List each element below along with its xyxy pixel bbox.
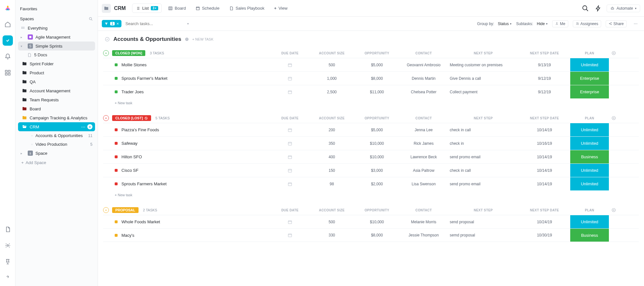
col-due-date[interactable]: DUE DATE: [271, 51, 309, 55]
opportunity-cell[interactable]: $2,000: [354, 182, 399, 186]
account-size-cell[interactable]: 330: [309, 233, 354, 237]
col-due-date[interactable]: DUE DATE: [271, 116, 309, 120]
app-logo[interactable]: [3, 3, 13, 14]
next-step-date-cell[interactable]: 10/24/19: [519, 220, 570, 224]
col-account-size[interactable]: ACCOUNT SIZE: [309, 51, 354, 55]
next-step-cell[interactable]: semd proposal: [448, 233, 519, 237]
task-row[interactable]: Whole Foods Market 500 $10,000 Melanie M…: [103, 215, 639, 228]
sidebar-folder[interactable]: Account Management: [18, 86, 95, 95]
account-size-cell[interactable]: 350: [309, 141, 354, 146]
docs-icon[interactable]: [3, 224, 13, 235]
more-icon[interactable]: ⋯: [81, 125, 85, 129]
tab-board[interactable]: Board: [165, 4, 189, 13]
next-step-date-cell[interactable]: 9/13/19: [519, 63, 570, 67]
share-button[interactable]: Share: [606, 20, 627, 27]
collapse-icon[interactable]: [103, 207, 109, 213]
account-size-cell[interactable]: 2,500: [309, 90, 354, 94]
plan-cell[interactable]: Unlimited: [570, 164, 609, 177]
account-size-cell[interactable]: 200: [309, 128, 354, 132]
account-size-cell[interactable]: 1,000: [309, 76, 354, 81]
status-pill[interactable]: CLOSED [LOST]: [112, 115, 151, 121]
opportunity-cell[interactable]: $8,000: [354, 233, 399, 237]
search-icon[interactable]: [89, 17, 93, 21]
add-icon[interactable]: +: [87, 124, 92, 129]
sidebar-folder[interactable]: Sprint Folder: [18, 59, 95, 68]
next-step-cell[interactable]: send promo email: [448, 182, 519, 186]
task-row[interactable]: Hilton SFO 400 $10,000 Lawrence Beck sen…: [103, 150, 639, 163]
calendar-icon[interactable]: [271, 181, 309, 187]
tab-schedule[interactable]: Schedule: [192, 4, 223, 13]
tasks-icon[interactable]: [3, 35, 13, 46]
plan-cell[interactable]: Unlimited: [570, 177, 609, 190]
search-button[interactable]: [581, 4, 590, 13]
calendar-icon[interactable]: [271, 141, 309, 146]
contact-cell[interactable]: Lisa Swenson: [399, 182, 448, 186]
pulse-icon[interactable]: [3, 240, 13, 251]
account-size-cell[interactable]: 150: [309, 168, 354, 173]
task-row[interactable]: Macy's 330 $8,000 Jessie Thompson semd p…: [103, 228, 639, 242]
next-step-date-cell[interactable]: 10/14/19: [519, 155, 570, 159]
contact-cell[interactable]: Lawrence Beck: [399, 155, 448, 159]
col-opportunity[interactable]: OPPORTUNITY: [354, 208, 399, 212]
me-button[interactable]: Me: [552, 20, 568, 27]
status-dot-icon[interactable]: [115, 90, 118, 93]
collapse-icon[interactable]: [103, 115, 109, 121]
assignees-button[interactable]: Assignees: [573, 20, 601, 27]
status-dot-icon[interactable]: [115, 77, 118, 80]
everything-item[interactable]: Everything: [18, 24, 95, 32]
status-circle-icon[interactable]: [104, 36, 110, 42]
calendar-icon[interactable]: [271, 76, 309, 81]
col-plan[interactable]: PLAN: [570, 208, 609, 212]
sidebar-space-simple-sprints[interactable]: ▾ S Simple Sprints: [18, 42, 95, 51]
bolt-icon[interactable]: [594, 4, 603, 13]
account-size-cell[interactable]: 500: [309, 63, 354, 67]
calendar-icon[interactable]: [271, 219, 309, 225]
next-step-date-cell[interactable]: 10/16/19: [519, 141, 570, 146]
col-account-size[interactable]: ACCOUNT SIZE: [309, 116, 354, 120]
next-step-cell[interactable]: send promo email: [448, 155, 519, 159]
col-next-step[interactable]: NEXT STEP: [448, 116, 519, 120]
add-column-button[interactable]: [609, 51, 619, 55]
plan-cell[interactable]: Unlimited: [570, 58, 609, 71]
next-step-cell[interactable]: Collect payment: [448, 90, 519, 94]
sidebar-folder[interactable]: Campaign Tracking & Analytics: [18, 113, 95, 122]
status-dot-icon[interactable]: [115, 234, 118, 237]
sidebar-folder-crm[interactable]: CRM ⋯ +: [18, 122, 95, 131]
account-size-cell[interactable]: 98: [309, 182, 354, 186]
filter-chip[interactable]: 1 ×: [102, 20, 121, 27]
plan-cell[interactable]: Unlimited: [570, 137, 609, 150]
task-row[interactable]: Cisco SF 150 $3,000 Asia Paltrow check i…: [103, 163, 639, 177]
col-next-step[interactable]: NEXT STEP: [448, 51, 519, 55]
col-opportunity[interactable]: OPPORTUNITY: [354, 116, 399, 120]
next-step-date-cell[interactable]: 9/12/19: [519, 76, 570, 81]
contact-cell[interactable]: Chelsea Potter: [399, 90, 448, 94]
spaces-header[interactable]: Spaces: [18, 14, 95, 24]
tab-list[interactable]: List 3▾: [132, 4, 162, 13]
next-step-cell[interactable]: check in call: [448, 128, 519, 132]
sidebar-space-agile[interactable]: ▸ Agile Management: [18, 32, 95, 42]
next-step-date-cell[interactable]: 10/14/19: [519, 168, 570, 173]
contact-cell[interactable]: Rick James: [399, 141, 448, 146]
more-icon[interactable]: ⋯: [631, 19, 640, 28]
next-step-date-cell[interactable]: 10/14/19: [519, 128, 570, 132]
info-icon[interactable]: i: [185, 37, 189, 42]
next-step-date-cell[interactable]: 10/30/19: [519, 233, 570, 237]
opportunity-cell[interactable]: $8,000: [354, 76, 399, 81]
account-size-cell[interactable]: 500: [309, 220, 354, 224]
task-row[interactable]: Sprouts Farmer's Market 1,000 $8,000 Den…: [103, 71, 639, 85]
notifications-icon[interactable]: [3, 51, 13, 62]
automate-button[interactable]: Automate ▾: [607, 5, 640, 12]
favorites-header[interactable]: Favorites: [18, 4, 95, 14]
opportunity-cell[interactable]: $11,000: [354, 90, 399, 94]
add-column-button[interactable]: [609, 208, 619, 212]
calendar-icon[interactable]: [271, 62, 309, 68]
opportunity-cell[interactable]: $5,000: [354, 63, 399, 67]
subtasks-select[interactable]: Subtasks: Hide ▾: [516, 22, 548, 26]
col-contact[interactable]: CONTACT: [399, 51, 448, 55]
add-space-button[interactable]: + Add Space: [18, 158, 95, 168]
col-next-step-date[interactable]: NEXT STEP DATE: [519, 208, 570, 212]
contact-cell[interactable]: Dennis Martin: [399, 76, 448, 81]
new-task-link[interactable]: + NEW TASK: [192, 37, 214, 41]
col-next-step[interactable]: NEXT STEP: [448, 208, 519, 212]
add-task-button[interactable]: + New task: [103, 190, 639, 197]
